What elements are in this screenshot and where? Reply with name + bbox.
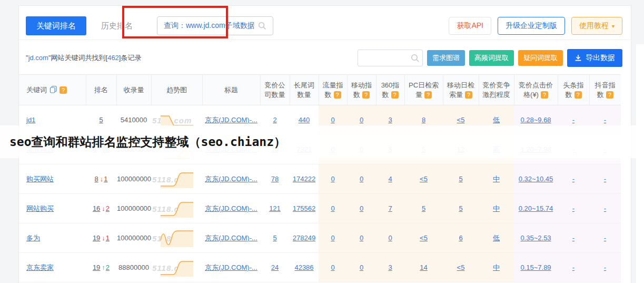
help-icon[interactable]: ?	[424, 91, 432, 99]
bid-companies-link[interactable]: 24	[271, 264, 279, 271]
tab-history-rank[interactable]: 历史排名	[101, 21, 133, 31]
help-icon[interactable]: ?	[541, 91, 548, 99]
keyword-link[interactable]: 购买网站	[26, 175, 54, 183]
flow-index-link[interactable]: 0	[331, 175, 334, 183]
title-link[interactable]: 京东(JD.COM)-...	[205, 116, 257, 124]
competition-level-link[interactable]: 低	[493, 116, 500, 124]
rank-delta[interactable]: 2	[106, 204, 110, 212]
douyin-index-link[interactable]: -	[604, 204, 606, 212]
help-icon[interactable]: ?	[334, 91, 341, 99]
demand-map-button[interactable]: 需求图谱	[427, 50, 465, 66]
toutiao-index-link[interactable]: -	[572, 264, 574, 271]
keyword-link[interactable]: 多为	[26, 234, 40, 242]
longtail-count-link[interactable]: 440	[299, 116, 310, 124]
tab-keyword-rank[interactable]: 关键词排名	[26, 16, 86, 35]
get-api-button[interactable]: 获取API	[449, 17, 491, 35]
longtail-count-link[interactable]: 174222	[293, 175, 315, 183]
question-words-extract-button[interactable]: 疑问词提取	[518, 50, 563, 66]
help-icon[interactable]: ?	[574, 91, 582, 99]
help-icon[interactable]: ?	[60, 86, 67, 94]
cell-title: 京东(JD.COM)-...	[202, 164, 260, 194]
divider	[19, 40, 631, 40]
toutiao-index-link[interactable]: -	[572, 204, 574, 212]
keyword-link[interactable]: 网站购买	[26, 204, 54, 212]
bid-click-price-link[interactable]: 0.28~9.68	[520, 116, 551, 124]
query-subdomain-button[interactable]: 查询：www.jd.com子域数据	[157, 16, 273, 35]
export-data-button[interactable]: 导出数据	[567, 49, 622, 67]
bid-companies-link[interactable]: 5	[273, 234, 276, 242]
mobile-index-link[interactable]: 0	[360, 175, 363, 183]
mobile-daily-search-link[interactable]: <5	[457, 264, 465, 271]
toutiao-index-link[interactable]: -	[572, 175, 574, 183]
help-icon[interactable]: ?	[362, 91, 370, 99]
index-360-link[interactable]: 0	[388, 234, 392, 242]
high-freq-extract-button[interactable]: 高频词提取	[469, 50, 514, 66]
pc-daily-search-link[interactable]: <5	[420, 175, 428, 183]
search-icon[interactable]	[411, 54, 420, 63]
pc-daily-search-link[interactable]: 14	[420, 264, 427, 271]
cell-longtail: 42386	[290, 253, 319, 282]
competition-level-link[interactable]: 中	[493, 175, 500, 183]
col-header-14: 竞价点击价格(¥)?	[514, 75, 558, 105]
bid-companies-link[interactable]: 78	[271, 175, 279, 183]
help-icon[interactable]: ?	[465, 91, 472, 99]
competition-level-link[interactable]: 低	[493, 234, 500, 242]
toutiao-index-link[interactable]: -	[572, 116, 574, 124]
mobile-daily-search-link[interactable]: 5	[459, 175, 462, 183]
bid-click-price-link[interactable]: 0.15~7.89	[520, 264, 551, 271]
douyin-index-link[interactable]: -	[604, 234, 606, 242]
mobile-daily-search-link[interactable]: 5	[459, 204, 462, 212]
bid-companies-link[interactable]: 2	[273, 116, 276, 124]
pc-daily-search-link[interactable]: 5	[422, 204, 425, 212]
upgrade-enterprise-button[interactable]: 升级企业定制版	[498, 17, 565, 35]
rank-value[interactable]: 5	[99, 116, 103, 124]
copy-icon[interactable]	[49, 85, 57, 93]
douyin-index-link[interactable]: -	[604, 175, 606, 183]
flow-index-link[interactable]: 0	[331, 116, 334, 124]
collected-count: 5410000	[121, 116, 147, 124]
rank-value[interactable]: 8	[95, 175, 98, 183]
rank-delta[interactable]: 2	[106, 264, 110, 271]
mobile-daily-search-link[interactable]: <5	[457, 116, 465, 124]
competition-level-link[interactable]: 中	[493, 204, 500, 212]
index-360-link[interactable]: 7	[388, 204, 392, 212]
longtail-count-link[interactable]: 175562	[293, 204, 315, 212]
pc-daily-search-link[interactable]: 8	[422, 116, 425, 124]
tutorial-button[interactable]: 使用教程 ▾	[571, 17, 622, 35]
flow-index-link[interactable]: 0	[331, 264, 334, 271]
mobile-index-link[interactable]: 0	[360, 264, 363, 271]
rank-value[interactable]: 16	[93, 204, 100, 212]
rank-delta[interactable]: 1	[106, 234, 110, 242]
title-link[interactable]: 京东(JD.COM)-...	[205, 264, 257, 271]
longtail-count-link[interactable]: 278249	[293, 234, 315, 242]
title-link[interactable]: 京东(JD.COM)-...	[205, 175, 257, 183]
bid-click-price-link[interactable]: 0.32~10.45	[519, 175, 553, 183]
mobile-index-link[interactable]: 0	[360, 204, 363, 212]
mobile-daily-search-link[interactable]: 6	[459, 234, 462, 242]
help-icon[interactable]: ?	[391, 91, 399, 99]
index-360-link[interactable]: 3	[388, 264, 392, 271]
bid-click-price-link[interactable]: 0.20~15.74	[519, 204, 553, 212]
title-link[interactable]: 京东(JD.COM)-...	[205, 234, 257, 242]
rank-value[interactable]: 19	[93, 264, 100, 271]
pc-daily-search-link[interactable]: <5	[420, 234, 428, 242]
douyin-index-link[interactable]: -	[604, 116, 606, 124]
toutiao-index-link[interactable]: -	[572, 234, 574, 242]
rank-delta[interactable]: 1	[104, 175, 107, 183]
keyword-link[interactable]: jd1	[26, 116, 35, 124]
index-360-link[interactable]: 4	[388, 175, 392, 183]
mobile-index-link[interactable]: 0	[360, 234, 363, 242]
flow-index-link[interactable]: 0	[331, 204, 334, 212]
keyword-link[interactable]: 京东卖家	[26, 264, 54, 271]
help-icon[interactable]: ?	[606, 91, 613, 99]
bid-click-price-link[interactable]: 0.35~2.53	[520, 234, 551, 242]
competition-level-link[interactable]: 中	[493, 264, 500, 271]
mobile-index-link[interactable]: 0	[360, 116, 363, 124]
flow-index-link[interactable]: 0	[331, 234, 334, 242]
longtail-count-link[interactable]: 42386	[294, 264, 313, 271]
bid-companies-link[interactable]: 121	[269, 204, 281, 212]
title-link[interactable]: 京东(JD.COM)-...	[205, 204, 257, 212]
index-360-link[interactable]: 3	[388, 116, 392, 124]
rank-value[interactable]: 19	[93, 234, 100, 242]
douyin-index-link[interactable]: -	[604, 264, 606, 271]
